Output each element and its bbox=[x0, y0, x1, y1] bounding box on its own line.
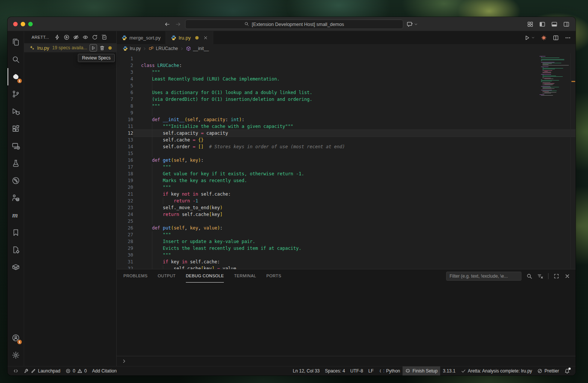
forward-button[interactable] bbox=[175, 21, 181, 27]
close-tab-button[interactable] bbox=[203, 35, 208, 40]
aretta-action-button[interactable] bbox=[541, 35, 547, 41]
code-line-26[interactable]: 26 def put(self, key, value): bbox=[117, 225, 576, 231]
editor-tab-lru-py[interactable]: lru.py bbox=[166, 31, 213, 44]
code-line-2[interactable]: 2class LRUCache: bbox=[117, 62, 576, 69]
panel-tab-output[interactable]: OUTPUT bbox=[158, 269, 176, 283]
panel-tab-terminal[interactable]: TERMINAL bbox=[234, 269, 256, 283]
run-all-button[interactable] bbox=[64, 34, 70, 40]
debug-console-output[interactable] bbox=[117, 283, 576, 356]
code-line-3[interactable]: 3 """ bbox=[117, 69, 576, 76]
code-line-32[interactable]: 32 self.cache[key] = value bbox=[117, 265, 576, 269]
activity-item-data-tools[interactable] bbox=[8, 189, 24, 207]
status-item-notifications[interactable] bbox=[562, 366, 573, 375]
toggle-secondary-sidebar-button[interactable] bbox=[563, 21, 570, 27]
code-line-23[interactable]: 23 self._move_to_end(key) bbox=[117, 204, 576, 211]
debug-console-input[interactable] bbox=[117, 356, 576, 366]
refresh-button[interactable] bbox=[92, 34, 98, 40]
code-line-27[interactable]: 27 """ bbox=[117, 231, 576, 238]
show-specs-button[interactable] bbox=[82, 34, 88, 40]
status-item-language-mode[interactable]: { }Python bbox=[376, 366, 403, 375]
status-item-encoding[interactable]: UTF-8 bbox=[348, 366, 366, 375]
status-item-python-version[interactable]: 3.13.1 bbox=[440, 366, 458, 375]
command-center-search[interactable]: [Extension Development Host] small_demos bbox=[185, 20, 403, 29]
quick-action-button[interactable] bbox=[54, 34, 60, 40]
activity-item-containers[interactable] bbox=[8, 258, 24, 276]
activity-item-settings[interactable] bbox=[8, 347, 24, 364]
split-editor-button[interactable] bbox=[553, 35, 559, 41]
activity-item-search[interactable] bbox=[8, 51, 24, 68]
tree-item-lru-py[interactable]: lru.py19 specs availa... bbox=[24, 43, 116, 52]
panel-tab-debug-console[interactable]: DEBUG CONSOLE bbox=[186, 269, 224, 283]
maximize-panel-button[interactable] bbox=[553, 273, 559, 279]
panel-tab-problems[interactable]: PROBLEMS bbox=[123, 269, 147, 283]
collapse-all-button[interactable] bbox=[101, 34, 107, 40]
activity-item-aretta-extension[interactable]: 1 bbox=[8, 68, 24, 85]
review-specs-button[interactable] bbox=[90, 44, 97, 52]
toggle-primary-sidebar-button[interactable] bbox=[539, 21, 545, 27]
close-panel-button[interactable] bbox=[564, 273, 570, 279]
code-line-21[interactable]: 21 if key not in self.cache: bbox=[117, 191, 576, 198]
breadcrumb-item-__init__[interactable]: __init__ bbox=[186, 46, 209, 51]
breadcrumb[interactable]: lru.pyLRUCache__init__ bbox=[117, 44, 576, 53]
code-line-10[interactable]: 10 def __init__(self, capacity: int): bbox=[117, 116, 576, 123]
activity-item-extensions[interactable] bbox=[8, 120, 24, 137]
status-item-prettier[interactable]: Prettier bbox=[535, 366, 562, 375]
toggle-panel-button[interactable] bbox=[551, 21, 558, 27]
status-item-remote-indicator[interactable] bbox=[11, 366, 21, 375]
copilot-chat-button[interactable] bbox=[406, 17, 418, 31]
code-line-25[interactable]: 25 bbox=[117, 218, 576, 225]
code-line-17[interactable]: 17 """ bbox=[117, 164, 576, 170]
close-window-button[interactable] bbox=[13, 22, 18, 26]
zoom-window-button[interactable] bbox=[28, 22, 33, 26]
console-filter-input[interactable] bbox=[446, 272, 521, 281]
activity-item-remote-explorer[interactable] bbox=[8, 137, 24, 155]
more-actions-button[interactable] bbox=[565, 35, 571, 41]
panel-search-button[interactable] bbox=[526, 273, 532, 279]
code-line-11[interactable]: 11 """Initialize the cache with a given … bbox=[117, 123, 576, 130]
activity-item-m-extension[interactable]: m bbox=[8, 207, 24, 224]
activity-item-explorer[interactable] bbox=[8, 33, 24, 51]
code-line-29[interactable]: 29 Evicts the least recently used item i… bbox=[117, 245, 576, 252]
code-line-5[interactable]: 5 bbox=[117, 82, 576, 89]
back-button[interactable] bbox=[164, 21, 170, 27]
activity-item-accounts[interactable]: 1 bbox=[8, 329, 24, 347]
status-item-problems-counts[interactable]: 00 bbox=[63, 366, 89, 375]
status-item-launchpad[interactable]: Launchpad bbox=[21, 366, 63, 375]
status-item-cursor-position[interactable]: Ln 12, Col 33 bbox=[290, 366, 322, 375]
activity-item-bookmarks[interactable] bbox=[8, 224, 24, 241]
code-line-30[interactable]: 30 """ bbox=[117, 252, 576, 258]
code-line-14[interactable]: 14 self.order = [] # Stores keys in orde… bbox=[117, 143, 576, 150]
minimap[interactable] bbox=[539, 55, 569, 96]
code-line-12[interactable]: 12 self.capacity = capacity bbox=[117, 130, 576, 137]
minimize-window-button[interactable] bbox=[21, 22, 25, 26]
code-line-15[interactable]: 15 bbox=[117, 150, 576, 157]
clear-console-button[interactable] bbox=[537, 273, 543, 279]
code-line-19[interactable]: 19 Marks the key as recently used. bbox=[117, 177, 576, 184]
code-line-16[interactable]: 16 def get(self, key): bbox=[117, 157, 576, 164]
code-line-4[interactable]: 4 Least Recently Used (LRU) Cache implem… bbox=[117, 76, 576, 82]
code-line-20[interactable]: 20 """ bbox=[117, 184, 576, 191]
activity-item-timelines[interactable] bbox=[8, 172, 24, 189]
code-line-28[interactable]: 28 Insert or update a key-value pair. bbox=[117, 238, 576, 245]
activity-item-testing[interactable] bbox=[8, 155, 24, 172]
delete-specs-button[interactable] bbox=[99, 45, 105, 51]
status-item-indentation[interactable]: Spaces: 4 bbox=[322, 366, 348, 375]
customize-layout-button[interactable] bbox=[527, 21, 533, 27]
panel-tab-ports[interactable]: PORTS bbox=[266, 269, 281, 283]
status-item-copilot-finish-setup[interactable]: Finish Setup bbox=[403, 366, 440, 375]
activity-item-code-generator[interactable] bbox=[8, 241, 24, 258]
code-line-31[interactable]: 31 if key in self.cache: bbox=[117, 258, 576, 265]
activity-item-source-control[interactable] bbox=[8, 85, 24, 103]
code-line-18[interactable]: 18 Get value for key if it exists, other… bbox=[117, 170, 576, 177]
code-line-22[interactable]: 22 return -1 bbox=[117, 198, 576, 204]
code-line-1[interactable]: 1 bbox=[117, 55, 576, 62]
code-line-8[interactable]: 8 """ bbox=[117, 103, 576, 109]
breadcrumb-item-lrupy[interactable]: lru.py bbox=[123, 46, 141, 51]
code-line-6[interactable]: 6 Uses a dictionary for O(1) lookup and … bbox=[117, 89, 576, 96]
code-line-9[interactable]: 9 bbox=[117, 109, 576, 116]
run-python-file-button[interactable] bbox=[524, 35, 535, 41]
activity-item-run-and-debug[interactable] bbox=[8, 103, 24, 120]
editor-tab-merge_sort-py[interactable]: merge_sort.py bbox=[117, 31, 166, 44]
status-item-aretta-status[interactable]: Aretta: Analysis complete: lru.py bbox=[458, 366, 535, 375]
hide-specs-button[interactable] bbox=[73, 34, 79, 40]
